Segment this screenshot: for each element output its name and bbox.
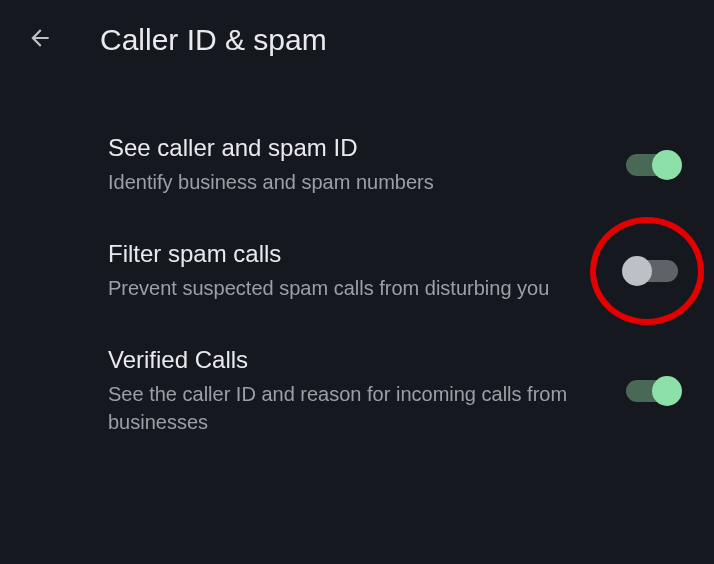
setting-see-caller-spam-id[interactable]: See caller and spam ID Identify business… bbox=[0, 112, 714, 218]
toggle-thumb bbox=[652, 150, 682, 180]
toggle-thumb bbox=[652, 376, 682, 406]
page-title: Caller ID & spam bbox=[100, 23, 327, 57]
toggle-filter-spam-calls[interactable] bbox=[626, 260, 678, 282]
setting-description: See the caller ID and reason for incomin… bbox=[108, 380, 602, 436]
setting-title: Verified Calls bbox=[108, 346, 602, 374]
setting-text: Verified Calls See the caller ID and rea… bbox=[108, 346, 626, 436]
toggle-verified-calls[interactable] bbox=[626, 380, 678, 402]
setting-description: Prevent suspected spam calls from distur… bbox=[108, 274, 602, 302]
setting-description: Identify business and spam numbers bbox=[108, 168, 602, 196]
arrow-left-icon bbox=[27, 25, 53, 55]
setting-text: Filter spam calls Prevent suspected spam… bbox=[108, 240, 626, 302]
setting-title: Filter spam calls bbox=[108, 240, 602, 268]
toggle-see-caller-spam-id[interactable] bbox=[626, 154, 678, 176]
setting-verified-calls[interactable]: Verified Calls See the caller ID and rea… bbox=[0, 324, 714, 458]
back-button[interactable] bbox=[16, 16, 64, 64]
toggle-thumb bbox=[622, 256, 652, 286]
header-bar: Caller ID & spam bbox=[0, 0, 714, 80]
setting-text: See caller and spam ID Identify business… bbox=[108, 134, 626, 196]
setting-filter-spam-calls[interactable]: Filter spam calls Prevent suspected spam… bbox=[0, 218, 714, 324]
setting-title: See caller and spam ID bbox=[108, 134, 602, 162]
settings-list: See caller and spam ID Identify business… bbox=[0, 80, 714, 458]
